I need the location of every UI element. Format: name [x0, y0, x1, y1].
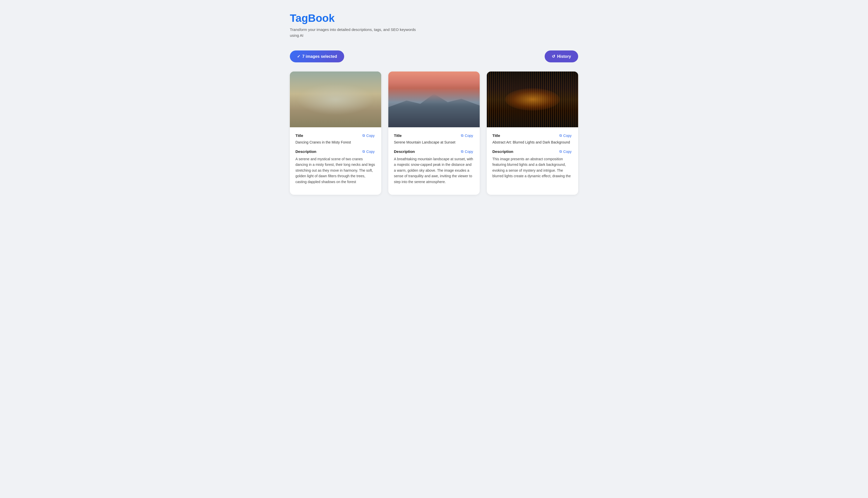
card-image-crane — [290, 71, 381, 127]
card-abstract: Title ⧉ Copy Abstract Art: Blurred Light… — [487, 71, 578, 195]
title-value-crane: Dancing Cranes in the Misty Forest — [295, 140, 375, 144]
card-description-section-crane: Description ⧉ Copy A serene and mystical… — [295, 149, 375, 185]
copy-title-button-abstract[interactable]: ⧉ Copy — [558, 133, 573, 138]
history-icon: ↺ — [552, 54, 555, 59]
card-title-header-crane: Title ⧉ Copy — [295, 133, 375, 138]
app-title: TagBook — [290, 12, 578, 24]
copy-description-button-crane[interactable]: ⧉ Copy — [361, 149, 375, 154]
card-title-section-abstract: Title ⧉ Copy Abstract Art: Blurred Light… — [493, 133, 573, 144]
header: TagBook Transform your images into detai… — [290, 12, 578, 38]
title-label-crane: Title — [295, 133, 303, 138]
copy-icon-mountain-desc: ⧉ — [461, 149, 463, 154]
card-title-header-mountain: Title ⧉ Copy — [394, 133, 474, 138]
card-content-crane: Title ⧉ Copy Dancing Cranes in the Misty… — [290, 127, 381, 195]
title-label-abstract: Title — [493, 133, 500, 138]
card-description-section-abstract: Description ⧉ Copy This image presents a… — [493, 149, 573, 179]
images-selected-label: 7 images selected — [302, 54, 337, 59]
app-subtitle: Transform your images into detailed desc… — [290, 27, 417, 38]
copy-title-button-mountain[interactable]: ⧉ Copy — [460, 133, 474, 138]
copy-icon-mountain-title: ⧉ — [461, 133, 463, 138]
copy-title-button-crane[interactable]: ⧉ Copy — [361, 133, 375, 138]
history-button[interactable]: ↺ History — [545, 51, 578, 62]
card-mountain: Title ⧉ Copy Serene Mountain Landscape a… — [388, 71, 480, 195]
card-title-section-crane: Title ⧉ Copy Dancing Cranes in the Misty… — [295, 133, 375, 144]
card-title-section-mountain: Title ⧉ Copy Serene Mountain Landscape a… — [394, 133, 474, 144]
description-label-crane: Description — [295, 149, 317, 154]
copy-icon-abstract-title: ⧉ — [559, 133, 562, 138]
card-description-header-mountain: Description ⧉ Copy — [394, 149, 474, 154]
card-image-abstract — [487, 71, 578, 127]
card-content-abstract: Title ⧉ Copy Abstract Art: Blurred Light… — [487, 127, 578, 189]
checkmark-icon: ✓ — [297, 54, 300, 59]
title-label-mountain: Title — [394, 133, 402, 138]
copy-description-button-mountain[interactable]: ⧉ Copy — [460, 149, 474, 154]
card-crane: Title ⧉ Copy Dancing Cranes in the Misty… — [290, 71, 381, 195]
description-label-mountain: Description — [394, 149, 415, 154]
card-description-header-crane: Description ⧉ Copy — [295, 149, 375, 154]
copy-icon-crane-title: ⧉ — [362, 133, 365, 138]
card-content-mountain: Title ⧉ Copy Serene Mountain Landscape a… — [388, 127, 480, 195]
card-description-header-abstract: Description ⧉ Copy — [493, 149, 573, 154]
title-value-mountain: Serene Mountain Landscape at Sunset — [394, 140, 474, 144]
description-value-abstract: This image presents an abstract composit… — [493, 156, 573, 179]
copy-description-button-abstract[interactable]: ⧉ Copy — [558, 149, 573, 154]
description-value-crane: A serene and mystical scene of two crane… — [295, 156, 375, 185]
description-label-abstract: Description — [493, 149, 513, 154]
toolbar: ✓ 7 images selected ↺ History — [290, 51, 578, 62]
card-image-mountain — [388, 71, 480, 127]
title-value-abstract: Abstract Art: Blurred Lights and Dark Ba… — [493, 140, 573, 144]
copy-icon-crane-desc: ⧉ — [362, 149, 365, 154]
cards-grid: Title ⧉ Copy Dancing Cranes in the Misty… — [290, 71, 578, 195]
images-selected-button[interactable]: ✓ 7 images selected — [290, 51, 344, 62]
history-label: History — [557, 54, 571, 59]
description-value-mountain: A breathtaking mountain landscape at sun… — [394, 156, 474, 185]
card-description-section-mountain: Description ⧉ Copy A breathtaking mounta… — [394, 149, 474, 185]
copy-icon-abstract-desc: ⧉ — [559, 149, 562, 154]
card-title-header-abstract: Title ⧉ Copy — [493, 133, 573, 138]
